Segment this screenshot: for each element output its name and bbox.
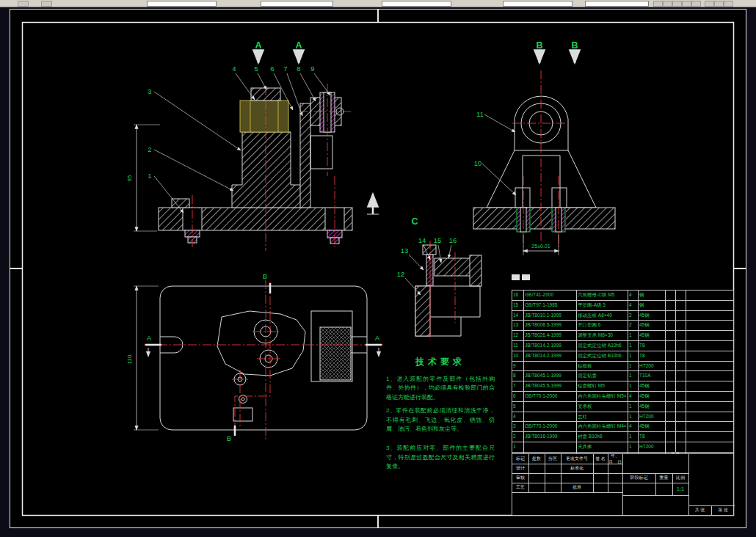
cell-weight-total	[676, 311, 686, 321]
cell-code: JB/T8010.1-1999	[524, 311, 577, 321]
cell-qty: 1	[628, 362, 639, 371]
toolbar-button[interactable]	[672, 1, 682, 7]
toolbar-button[interactable]	[18, 1, 29, 7]
cell-name: 调整支承 M8×30	[577, 331, 628, 340]
cell-weight-unit	[666, 341, 676, 351]
callout-6: 6	[270, 65, 274, 73]
cell-material: 45钢	[639, 321, 666, 330]
toolbar-button[interactable]	[705, 1, 714, 7]
tech-requirements-title: 技术要求	[386, 356, 495, 368]
cell-remark	[686, 321, 733, 330]
toolbar-combobox[interactable]	[147, 1, 217, 7]
table-row: 2JB/T8016-1999衬套 B10h61T8	[512, 432, 733, 442]
cell-weight-total	[676, 432, 686, 442]
titleblock-count-label: 处数	[528, 454, 545, 464]
detail-label-c: C	[411, 216, 418, 227]
cell-material: HT200	[639, 412, 666, 422]
bom-table: 16GB/T41-2000六角螺母-C级 M54钢 15GB/T97.1-198…	[512, 290, 734, 467]
toolbar-combobox[interactable]	[585, 1, 649, 7]
cell-no: 11	[512, 341, 524, 351]
toolbar	[0, 0, 756, 7]
cell-material: 45钢	[639, 402, 666, 412]
cell-weight-unit	[666, 362, 676, 371]
cell-remark	[686, 422, 733, 431]
cell-qty: 1	[628, 432, 639, 442]
cell-qty: 4	[628, 301, 639, 310]
cell-weight-unit	[666, 381, 676, 391]
toolbar-button[interactable]	[682, 1, 691, 7]
table-row: 12JB/T8026.4-1999调整支承 M8×30145钢	[512, 331, 733, 341]
section-label-b1: B	[536, 40, 542, 51]
cell-code	[524, 412, 577, 422]
dimension-pin-distance: 25±0.01	[531, 244, 550, 249]
section-label-a-right: A	[375, 334, 380, 342]
titleblock-weight-label: 重量	[655, 473, 672, 483]
cell-weight-total	[676, 341, 686, 351]
toolbar-combobox[interactable]	[503, 1, 573, 7]
cell-name: 移动压板 A6×40	[577, 311, 628, 321]
titleblock-standardize-label: 标准化	[561, 464, 593, 473]
cell-remark	[686, 402, 733, 412]
cell-name: 开口垫圈 6	[577, 321, 628, 330]
cell-material: T8	[639, 341, 666, 351]
cell-name: 固定式定位销 B10h6	[577, 351, 628, 361]
cell-code: JB/T8008.5-1999	[524, 321, 577, 330]
callout-7: 7	[283, 65, 287, 73]
cell-no: 9	[512, 362, 524, 371]
toolbar-button[interactable]	[714, 1, 724, 7]
cell-no: 5	[512, 402, 524, 412]
cell-material: T8	[639, 351, 666, 361]
callout-2: 2	[148, 145, 151, 153]
table-row: 10JB/T8014.2-1999固定式定位销 B10h61T8	[512, 351, 733, 362]
cell-qty: 1	[628, 381, 639, 391]
cell-name: 固定钻套	[577, 371, 628, 381]
cell-code: GB/T70.1-2000	[524, 392, 577, 401]
toolbar-combobox[interactable]	[261, 1, 333, 7]
cell-code: JB/T8016-1999	[524, 432, 577, 442]
section-label-a-left: A	[147, 334, 152, 342]
cell-material: HT200	[639, 442, 666, 452]
table-row: 7JB/T8045.5-1999钻套螺钉 M5145钢	[512, 381, 733, 392]
cell-name: 钻套螺钉 M5	[577, 381, 628, 391]
titleblock-process-label: 工艺	[512, 483, 528, 492]
cell-weight-unit	[666, 432, 676, 442]
toolbar-button[interactable]	[41, 1, 52, 7]
table-row: 6GB/T70.1-2000内六角圆柱头螺钉 M5×16445钢	[512, 392, 733, 402]
cell-no: 14	[512, 311, 524, 321]
tech-requirement-item: 2、零件在装配前必须清理和清洗干净，不得有毛刺、飞边、氧化皮、锈蚀、切屑、油污、…	[386, 406, 495, 434]
cell-material: 钢	[639, 301, 666, 310]
dimension-front-height: 95	[126, 175, 133, 181]
cell-weight-total	[676, 392, 686, 401]
cell-weight-total	[676, 331, 686, 340]
callout-11: 11	[476, 110, 484, 118]
cell-no: 1	[512, 442, 524, 452]
toolbar-combobox[interactable]	[382, 1, 451, 7]
cell-material: T10A	[639, 371, 666, 381]
cell-no: 3	[512, 422, 524, 431]
cell-weight-unit	[666, 321, 676, 330]
titleblock-date-label: 年、月、日	[608, 454, 622, 464]
cell-remark	[686, 351, 733, 361]
cell-no: 6	[512, 392, 524, 401]
cell-no: 10	[512, 351, 524, 361]
callout-5: 5	[254, 65, 258, 73]
table-row: 14JB/T8010.1-1999移动压板 A6×40245钢	[512, 311, 733, 321]
cell-qty: 1	[628, 371, 639, 381]
table-row: 9钻模板1HT200	[512, 362, 733, 372]
section-label-a2: A	[295, 40, 302, 51]
cell-remark	[686, 291, 733, 300]
cell-code	[524, 402, 577, 412]
cell-weight-unit	[666, 412, 676, 422]
cell-remark	[686, 301, 733, 310]
toolbar-button[interactable]	[653, 1, 663, 7]
toolbar-button[interactable]	[663, 1, 672, 7]
cell-code: JB/T8045.5-1999	[524, 381, 577, 391]
section-label-b-top: B	[263, 272, 267, 280]
toolbar-button[interactable]	[724, 1, 733, 7]
workpiece-phantom	[240, 101, 288, 132]
toolbar-button[interactable]	[691, 1, 701, 7]
cell-weight-total	[676, 291, 686, 300]
cell-weight-total	[676, 442, 686, 452]
cell-weight-unit	[666, 331, 676, 340]
cell-qty: 1	[628, 331, 639, 340]
